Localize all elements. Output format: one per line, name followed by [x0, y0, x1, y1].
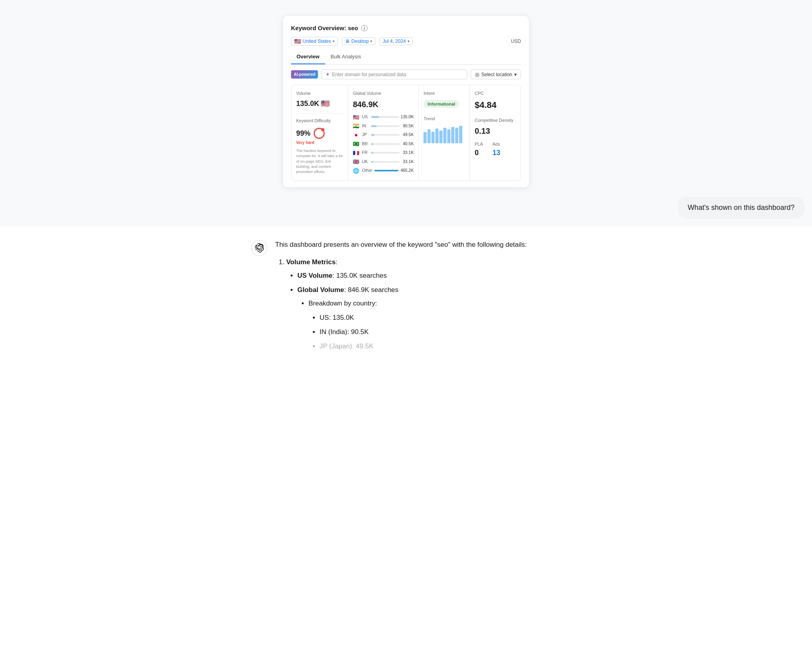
country-bar-fill [374, 170, 398, 171]
country-sub-list: US: 135.0K IN (India): 90.5K JP (Japan):… [308, 312, 561, 352]
volume-label: Volume [296, 90, 343, 97]
chat-section: This dashboard presents an overview of t… [228, 227, 584, 372]
country-bar-fill [371, 116, 379, 118]
global-volume-bullet: Global Volume: 846.9K searches Breakdown… [297, 284, 561, 352]
kd-value: 99% [296, 128, 310, 139]
trend-bar [459, 126, 462, 143]
card-title: Keyword Overview: seo [291, 24, 358, 33]
country-us: US: 135.0K [320, 312, 561, 323]
pla-value: 0 [475, 148, 483, 158]
country-flag-icon: 🇬🇧 [353, 158, 360, 166]
country-bar-bg [374, 170, 398, 171]
trend-bar [447, 129, 450, 143]
device-label: Desktop [351, 38, 369, 44]
country-bar-bg [371, 134, 400, 136]
country-code: US [362, 114, 369, 120]
volume-kd-cell: Volume 135.0K 🇺🇸 Keyword Difficulty 99% … [291, 85, 348, 181]
chat-content: This dashboard presents an overview of t… [275, 239, 561, 356]
country-flag-icon: 🇺🇸 [353, 113, 360, 121]
trend-chart [423, 124, 465, 143]
device-pill[interactable]: 🖥 Desktop ▾ [342, 37, 375, 45]
tab-overview[interactable]: Overview [291, 50, 325, 65]
select-location-label: Select location [481, 72, 512, 77]
card-header: Keyword Overview: seo ℹ [291, 24, 521, 33]
domain-input[interactable]: ✦ Enter domain for personalized data [321, 69, 467, 79]
country-in: IN (India): 90.5K [320, 327, 561, 338]
country-flag-icon: 🇧🇷 [353, 140, 360, 148]
location-chevron-icon: ▾ [333, 39, 335, 43]
trend-bar [451, 127, 454, 143]
country-flag-icon: 🇯🇵 [353, 131, 360, 139]
country-bar-fill [371, 134, 374, 136]
country-value: 465.2K [400, 167, 414, 174]
trend-bar [443, 128, 446, 143]
country-row: 🌐 Other 465.2K [353, 167, 414, 175]
trend-bar [455, 128, 458, 143]
chat-intro: This dashboard presents an overview of t… [275, 239, 561, 250]
domain-placeholder: Enter domain for personalized data [332, 72, 406, 77]
ads-item: Ads 13 [492, 141, 500, 158]
comp-density-value: 0.13 [475, 125, 516, 137]
country-code: UK [362, 159, 369, 165]
country-value: 40.5K [402, 141, 414, 147]
kd-label: Keyword Difficulty [296, 117, 343, 124]
device-chevron-icon: ▾ [370, 39, 372, 43]
cpc-label: CPC [475, 90, 516, 97]
country-bar-fill [371, 152, 373, 154]
country-value: 135.0K [400, 114, 414, 120]
chat-section-volume: Volume Metrics: US Volume: 135.0K search… [286, 257, 561, 352]
country-code: BR [362, 141, 369, 147]
location-pill[interactable]: 🇺🇸 United States ▾ [291, 37, 338, 46]
kd-sub-label: Very hard [296, 140, 343, 146]
global-volume-label: Global Volume [353, 90, 414, 97]
country-bar-bg [371, 161, 400, 163]
country-bar-bg [371, 152, 400, 154]
global-volume-cell: Global Volume 846.9K 🇺🇸 US 135.0K 🇮🇳 IN … [348, 85, 418, 181]
trend-bar [435, 129, 439, 143]
country-value: 90.5K [402, 123, 414, 129]
country-bar-fill [371, 143, 374, 145]
country-row: 🇺🇸 US 135.0K [353, 113, 414, 121]
volume-value: 135.0K 🇺🇸 [296, 98, 343, 109]
chat-response: This dashboard presents an overview of t… [251, 239, 561, 356]
trend-bar [427, 129, 431, 143]
trend-bar [439, 131, 442, 143]
date-pill[interactable]: Jul 4, 2024 ▾ [379, 37, 413, 45]
country-row: 🇧🇷 BR 40.5K [353, 140, 414, 148]
volume-bullets: US Volume: 135.0K searches Global Volume… [286, 270, 561, 352]
sparkle-icon: ✦ [326, 71, 330, 77]
country-code: JP [362, 132, 369, 138]
trend-bar [423, 132, 427, 143]
device-icon: 🖥 [345, 38, 350, 44]
ai-toolbar: AI-powered ✦ Enter domain for personaliz… [291, 69, 521, 79]
country-value: 33.1K [402, 159, 414, 165]
pla-ads-row: PLA 0 Ads 13 [475, 141, 516, 158]
chat-sections-list: Volume Metrics: US Volume: 135.0K search… [275, 257, 561, 352]
cpc-cell: CPC $4.84 Competitive Density 0.13 PLA 0… [470, 85, 521, 181]
intent-trend-cell: Intent Informational Trend [419, 85, 469, 181]
country-jp: JP (Japan): 49.5K [320, 341, 561, 352]
top-section: Keyword Overview: seo ℹ 🇺🇸 United States… [0, 0, 812, 227]
us-volume-bullet: US Volume: 135.0K searches [297, 270, 561, 281]
country-code: IN [362, 123, 369, 129]
country-row: 🇮🇳 IN 90.5K [353, 122, 414, 130]
metrics-grid: Volume 135.0K 🇺🇸 Keyword Difficulty 99% … [291, 85, 521, 181]
trend-label: Trend [423, 115, 465, 122]
question-bubble: What's shown on this dashboard? [678, 197, 804, 219]
bot-icon [255, 243, 264, 253]
country-value: 49.5K [402, 132, 414, 138]
us-volume-bold: US Volume [297, 272, 332, 279]
kd-circle-icon [314, 128, 325, 139]
country-flag-icon: 🇫🇷 [353, 149, 360, 157]
intent-badge: Informational [423, 100, 459, 108]
select-location-btn[interactable]: ◎ Select location ▾ [471, 69, 521, 79]
info-icon[interactable]: ℹ [361, 25, 368, 31]
country-flag-icon: 🌐 [353, 167, 360, 175]
comp-density-label: Competitive Density [475, 117, 516, 124]
country-row: 🇬🇧 UK 33.1K [353, 158, 414, 166]
dashboard-card: Keyword Overview: seo ℹ 🇺🇸 United States… [283, 16, 529, 187]
tab-bulk-analysis[interactable]: Bulk Analysis [325, 50, 367, 65]
country-bar-bg [371, 143, 400, 145]
meta-row: 🇺🇸 United States ▾ 🖥 Desktop ▾ Jul 4, 20… [291, 37, 521, 46]
country-bar-bg [371, 125, 400, 127]
